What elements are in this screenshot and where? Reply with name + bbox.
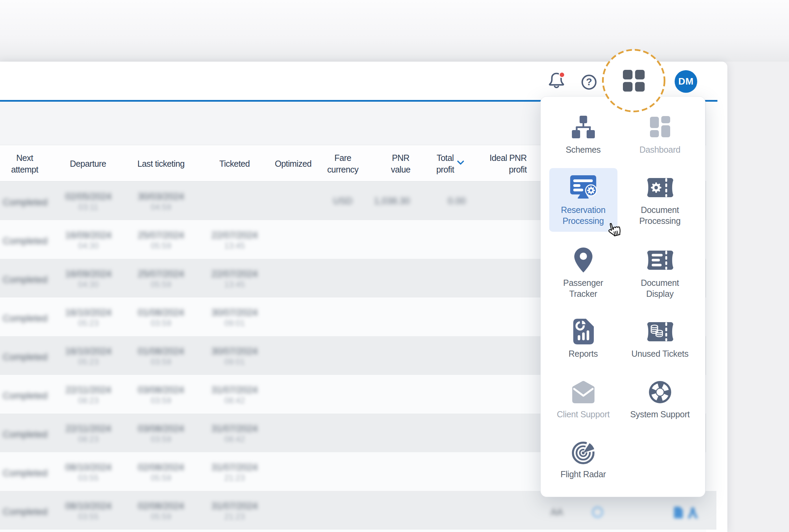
svg-text:?: ? bbox=[586, 76, 592, 87]
